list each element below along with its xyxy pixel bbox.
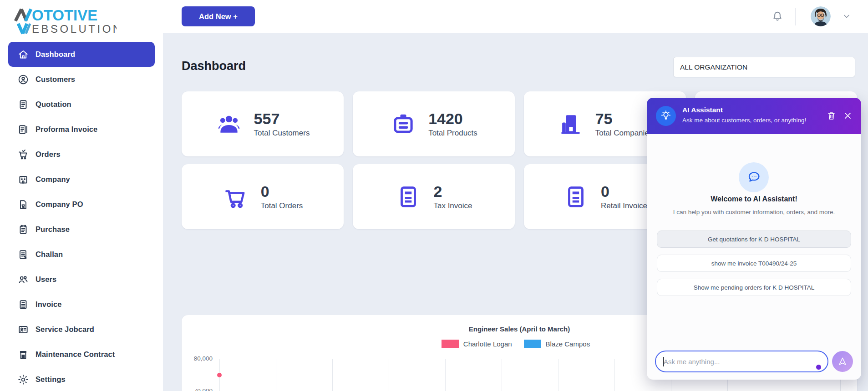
text-cursor xyxy=(663,357,664,366)
gridline-july xyxy=(389,359,389,391)
sidebar-item-service-jobcard[interactable]: Service Jobcard xyxy=(0,317,163,342)
stat-card-tax-invoice: 2 Tax Invoice xyxy=(353,164,515,229)
sidebar-item-label: Quotation xyxy=(36,100,71,109)
stat-label: Retail Invoice xyxy=(601,201,647,211)
topbar-divider xyxy=(795,8,796,25)
sidebar-item-label: Service Jobcard xyxy=(36,325,94,334)
sidebar-item-label: Invoice xyxy=(36,300,62,309)
brand-line2-text: EBSOLUTION xyxy=(32,23,117,35)
ai-assistant-header: AI Assistant Ask me about customers, ord… xyxy=(647,98,861,134)
sidebar-item-label: Purchase xyxy=(36,225,70,234)
clear-chat-trash-icon[interactable] xyxy=(825,110,837,122)
retail-invoice-icon xyxy=(563,184,589,210)
sidebar-item-quotation[interactable]: Quotation xyxy=(0,92,163,117)
organization-filter-dropdown[interactable]: ALL ORGANIZATION xyxy=(673,57,855,77)
gridline-june xyxy=(332,359,333,391)
y-axis-tick: 70,000 xyxy=(184,387,213,391)
user-avatar[interactable] xyxy=(811,6,831,26)
sidebar-item-settings[interactable]: Settings xyxy=(0,367,163,391)
sidebar-item-label: Dashboard xyxy=(36,50,75,59)
stat-card-total-customers: 557 Total Customers xyxy=(182,91,344,156)
stat-card-total-products: 1420 Total Products xyxy=(353,91,515,156)
sidebar: OTOTIVE EBSOLUTION Dashboard Customers Q… xyxy=(0,0,163,391)
settings-gear-icon xyxy=(17,374,29,386)
gridline-august xyxy=(445,359,446,391)
stat-value: 0 xyxy=(601,183,647,201)
stat-value: 0 xyxy=(261,183,303,201)
sidebar-item-label: Orders xyxy=(36,150,61,159)
ai-welcome-subtitle: I can help you with customer information… xyxy=(647,209,861,216)
sidebar-item-challan[interactable]: Challan xyxy=(0,242,163,267)
sidebar-item-label: Settings xyxy=(36,375,66,384)
resize-dot xyxy=(816,365,821,370)
sidebar-item-purchase[interactable]: Purchase xyxy=(0,217,163,242)
ai-message-input[interactable] xyxy=(655,351,828,372)
products-icon xyxy=(390,111,416,137)
legend-swatch-blaze-campos[interactable] xyxy=(524,340,541,348)
quotation-icon xyxy=(17,99,29,110)
lightbulb-icon xyxy=(656,106,676,126)
sidebar-item-company[interactable]: Company xyxy=(0,167,163,192)
challan-icon xyxy=(17,249,29,261)
ai-assistant-subtitle: Ask me about customers, orders, or anyth… xyxy=(682,117,806,124)
y-axis-tick: 80,000 xyxy=(184,355,213,362)
service-jobcard-icon xyxy=(17,324,29,336)
gridline-september xyxy=(502,359,502,391)
users-icon xyxy=(17,274,29,286)
sidebar-item-invoice[interactable]: Invoice xyxy=(0,292,163,317)
sidebar-item-label: Users xyxy=(36,275,56,284)
chat-bubble-icon xyxy=(739,162,769,192)
customer-icon xyxy=(17,74,29,85)
stat-card-total-orders: 0 Total Orders xyxy=(182,164,344,229)
legend-label: Charlotte Logan xyxy=(463,340,512,348)
proforma-invoice-icon xyxy=(17,124,29,135)
ai-suggestion-chip-1[interactable]: Get quotations for K D HOSPITAL xyxy=(657,231,851,248)
tax-invoice-icon xyxy=(395,184,421,210)
stat-label: Total Companies xyxy=(595,129,653,138)
sidebar-item-maintenance-contract[interactable]: Maintenance Contract xyxy=(0,342,163,367)
sidebar-item-label: Challan xyxy=(36,250,63,259)
companies-building-icon xyxy=(557,111,584,137)
sidebar-menu: Dashboard Customers Quotation Proforma I… xyxy=(0,42,163,391)
company-po-icon xyxy=(17,199,29,211)
sidebar-item-label: Proforma Invoice xyxy=(36,125,97,134)
sidebar-item-customers[interactable]: Customers xyxy=(0,67,163,92)
legend-label: Blaze Campos xyxy=(546,340,590,348)
sidebar-item-orders[interactable]: Orders xyxy=(0,142,163,167)
profile-chevron-down-icon[interactable] xyxy=(840,11,853,22)
customers-group-icon xyxy=(216,111,242,137)
sidebar-item-dashboard[interactable]: Dashboard xyxy=(8,42,155,67)
home-icon xyxy=(17,49,29,60)
gridline-october xyxy=(558,359,558,391)
ai-assistant-title: AI Assistant xyxy=(682,106,723,114)
stat-label: Total Orders xyxy=(261,201,303,211)
data-point-charlotte-logan-april xyxy=(217,373,222,377)
ai-assistant-panel: AI Assistant Ask me about customers, ord… xyxy=(647,98,861,380)
notifications-bell-icon[interactable] xyxy=(769,9,786,25)
ai-suggestion-chip-3[interactable]: Show me pending orders for K D HOSPITAL xyxy=(657,279,851,296)
stat-value: 557 xyxy=(254,110,310,128)
sidebar-item-label: Company PO xyxy=(36,200,83,209)
topbar: Add New + xyxy=(163,0,868,33)
sidebar-item-users[interactable]: Users xyxy=(0,267,163,292)
company-building-icon xyxy=(17,174,29,185)
stat-label: Total Customers xyxy=(254,129,310,138)
orders-trolley-icon xyxy=(223,184,249,210)
sidebar-item-company-po[interactable]: Company PO xyxy=(0,192,163,217)
purchase-icon xyxy=(17,224,29,236)
legend-swatch-charlotte-logan[interactable] xyxy=(442,340,459,348)
sidebar-item-proforma-invoice[interactable]: Proforma Invoice xyxy=(0,117,163,142)
ai-suggestion-chip-2[interactable]: show me invoice T00490/24-25 xyxy=(657,255,851,272)
stat-label: Total Products xyxy=(428,129,477,138)
gridline-november xyxy=(614,359,615,391)
ai-welcome-title: Welcome to AI Assistant! xyxy=(647,195,861,203)
brand-logo: OTOTIVE EBSOLUTION xyxy=(12,5,117,35)
brand-line1-text: OTOTIVE xyxy=(32,7,97,24)
add-new-button[interactable]: Add New + xyxy=(182,6,255,26)
close-panel-icon[interactable] xyxy=(842,110,853,122)
send-message-button[interactable] xyxy=(832,351,853,372)
sidebar-item-label: Maintenance Contract xyxy=(36,350,115,359)
stat-value: 2 xyxy=(433,183,472,201)
sidebar-item-label: Customers xyxy=(36,75,75,84)
gridline-may xyxy=(276,359,276,391)
